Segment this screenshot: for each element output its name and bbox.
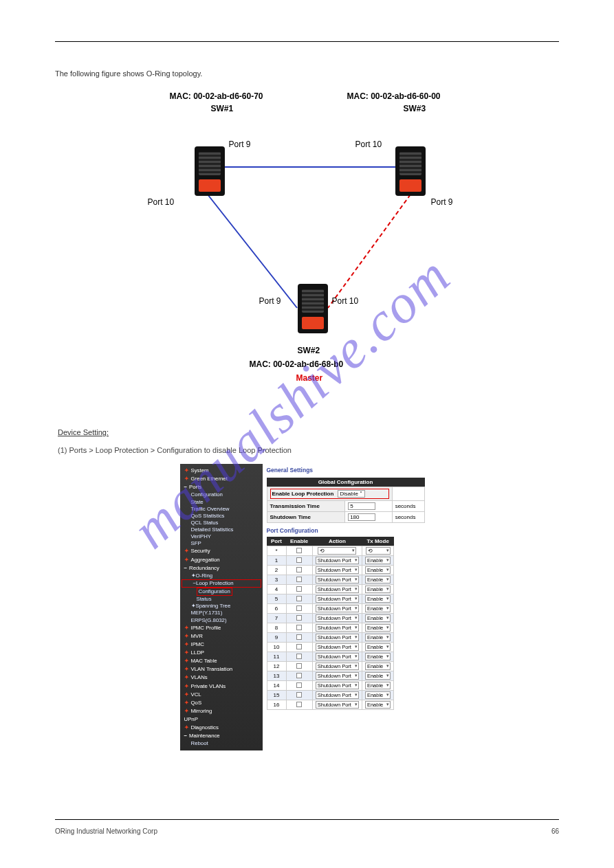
enable-checkbox[interactable] bbox=[296, 605, 302, 611]
action-select[interactable]: Shutdown Port bbox=[316, 672, 359, 680]
collapse-icon[interactable]: − bbox=[184, 484, 188, 490]
sidebar-item-green-ethernet[interactable]: ✦Green Ethernet bbox=[180, 475, 263, 483]
sidebar-item-qos[interactable]: ✦QoS bbox=[180, 699, 263, 707]
sidebar-item-redundancy[interactable]: −Redundancy bbox=[180, 564, 263, 572]
sidebar-item-private-vlans[interactable]: ✦Private VLANs bbox=[180, 682, 263, 691]
sidebar-item-mvr[interactable]: ✦MVR bbox=[180, 632, 263, 641]
enable-checkbox[interactable] bbox=[296, 634, 302, 640]
expand-icon[interactable]: ✦ bbox=[184, 633, 189, 639]
enable-checkbox[interactable] bbox=[296, 567, 302, 572]
sidebar-item-reboot[interactable]: Reboot bbox=[180, 740, 263, 747]
expand-icon[interactable]: ✦ bbox=[191, 603, 196, 609]
enable-checkbox[interactable] bbox=[296, 702, 302, 707]
sidebar-item-sfp[interactable]: SFP bbox=[180, 540, 263, 547]
sidebar-item-configuration[interactable]: Configuration bbox=[180, 491, 263, 498]
enable-checkbox[interactable] bbox=[296, 615, 302, 621]
txmode-select[interactable]: ⟲ bbox=[366, 547, 391, 555]
expand-icon[interactable]: ✦ bbox=[184, 674, 189, 680]
txmode-select[interactable]: Enable bbox=[365, 576, 391, 583]
sidebar-item-traffic-overview[interactable]: Traffic Overview bbox=[180, 506, 263, 513]
enable-checkbox[interactable] bbox=[296, 654, 302, 659]
sidebar-item-system[interactable]: ✦System bbox=[180, 467, 263, 475]
txmode-select[interactable]: Enable bbox=[365, 557, 391, 564]
expand-icon[interactable]: ✦ bbox=[184, 691, 189, 698]
enable-checkbox[interactable] bbox=[296, 625, 302, 630]
sidebar-item-erps-g-8032-[interactable]: ERPS(G.8032) bbox=[180, 617, 263, 624]
sidebar-item-lldp[interactable]: ✦LLDP bbox=[180, 649, 263, 657]
enable-checkbox[interactable] bbox=[296, 577, 302, 582]
input-transmission-time[interactable]: 5 bbox=[348, 502, 375, 510]
action-select[interactable]: Shutdown Port bbox=[316, 595, 359, 603]
expand-icon[interactable]: ✦ bbox=[184, 683, 189, 689]
expand-icon[interactable]: ✦ bbox=[184, 724, 189, 731]
expand-icon[interactable]: ✦ bbox=[191, 572, 196, 579]
input-shutdown-time[interactable]: 180 bbox=[348, 513, 375, 521]
sidebar-item-configuration[interactable]: Configuration bbox=[180, 588, 263, 596]
txmode-select[interactable]: Enable bbox=[365, 701, 391, 709]
action-select[interactable]: Shutdown Port bbox=[316, 566, 359, 574]
enable-checkbox[interactable] bbox=[296, 586, 302, 592]
sidebar-item-security[interactable]: ✦Security bbox=[180, 547, 263, 555]
sidebar-item-status[interactable]: Status bbox=[180, 596, 263, 603]
sidebar-item-ports[interactable]: −Ports bbox=[180, 483, 263, 491]
sidebar-item-qos-statistics[interactable]: QoS Statistics bbox=[180, 513, 263, 520]
sidebar-item-mac-table[interactable]: ✦MAC Table bbox=[180, 657, 263, 665]
txmode-select[interactable]: Enable bbox=[365, 643, 391, 651]
txmode-select[interactable]: Enable bbox=[365, 595, 391, 603]
txmode-select[interactable]: Enable bbox=[365, 672, 391, 680]
expand-icon[interactable]: ✦ bbox=[184, 548, 189, 554]
txmode-select[interactable]: Enable bbox=[365, 634, 391, 641]
enable-checkbox[interactable] bbox=[296, 557, 302, 563]
sidebar-item-mep-y-1731-[interactable]: MEP(Y.1731) bbox=[180, 610, 263, 616]
sidebar-item-mirroring[interactable]: ✦Mirroring bbox=[180, 707, 263, 715]
txmode-select[interactable]: Enable bbox=[365, 663, 391, 670]
expand-icon[interactable]: ✦ bbox=[184, 708, 189, 714]
sidebar-item-diagnostics[interactable]: ✦Diagnostics bbox=[180, 724, 263, 732]
action-select[interactable]: Shutdown Port bbox=[316, 643, 359, 651]
action-select[interactable]: Shutdown Port bbox=[316, 605, 359, 612]
enable-checkbox[interactable] bbox=[296, 596, 302, 601]
sidebar-item-ipmc-profile[interactable]: ✦IPMC Profile bbox=[180, 624, 263, 632]
sidebar-item-ipmc[interactable]: ✦IPMC bbox=[180, 641, 263, 649]
txmode-select[interactable]: Enable bbox=[365, 624, 391, 632]
enable-checkbox[interactable] bbox=[296, 548, 302, 553]
sidebar-item-state[interactable]: State bbox=[180, 499, 263, 506]
enable-checkbox[interactable] bbox=[296, 692, 302, 698]
txmode-select[interactable]: Enable bbox=[365, 586, 391, 593]
expand-icon[interactable]: ✦ bbox=[184, 666, 189, 672]
expand-icon[interactable]: ✦ bbox=[184, 649, 189, 656]
action-select[interactable]: Shutdown Port bbox=[316, 663, 359, 670]
sidebar-item-maintenance[interactable]: −Maintenance bbox=[180, 732, 263, 740]
action-select[interactable]: Shutdown Port bbox=[316, 634, 359, 641]
sidebar-item-spanning-tree[interactable]: ✦Spanning Tree bbox=[180, 603, 263, 610]
action-select[interactable]: Shutdown Port bbox=[316, 557, 359, 564]
action-select[interactable]: ⟲ bbox=[318, 547, 356, 555]
sidebar-item-vcl[interactable]: ✦VCL bbox=[180, 691, 263, 699]
action-select[interactable]: Shutdown Port bbox=[316, 701, 359, 709]
sidebar-item-veriphy[interactable]: VeriPHY bbox=[180, 533, 263, 540]
txmode-select[interactable]: Enable bbox=[365, 566, 391, 574]
sidebar-item-upnp[interactable]: UPnP bbox=[180, 715, 263, 724]
expand-icon[interactable]: ✦ bbox=[184, 625, 189, 631]
action-select[interactable]: Shutdown Port bbox=[316, 691, 359, 699]
enable-checkbox[interactable] bbox=[296, 673, 302, 678]
enable-checkbox[interactable] bbox=[296, 682, 302, 688]
txmode-select[interactable]: Enable bbox=[365, 605, 391, 612]
action-select[interactable]: Shutdown Port bbox=[316, 653, 359, 660]
sidebar-item-detailed-statistics[interactable]: Detailed Statistics bbox=[180, 526, 263, 533]
action-select[interactable]: Shutdown Port bbox=[316, 682, 359, 689]
sidebar-item-vlan-translation[interactable]: ✦VLAN Translation bbox=[180, 665, 263, 674]
action-select[interactable]: Shutdown Port bbox=[316, 576, 359, 583]
txmode-select[interactable]: Enable bbox=[365, 691, 391, 699]
expand-icon[interactable]: ✦ bbox=[184, 700, 189, 706]
collapse-icon[interactable]: − bbox=[184, 733, 188, 739]
sidebar-item-qcl-status[interactable]: QCL Status bbox=[180, 520, 263, 526]
enable-checkbox[interactable] bbox=[296, 663, 302, 669]
expand-icon[interactable]: ✦ bbox=[184, 641, 189, 647]
expand-icon[interactable]: ✦ bbox=[184, 476, 189, 482]
sidebar-item-vlans[interactable]: ✦VLANs bbox=[180, 674, 263, 682]
sidebar-item-o-ring[interactable]: ✦O-Ring bbox=[180, 572, 263, 579]
action-select[interactable]: Shutdown Port bbox=[316, 624, 359, 632]
txmode-select[interactable]: Enable bbox=[365, 682, 391, 689]
select-enable-loop-protection[interactable]: Disable ˅ bbox=[338, 490, 365, 498]
